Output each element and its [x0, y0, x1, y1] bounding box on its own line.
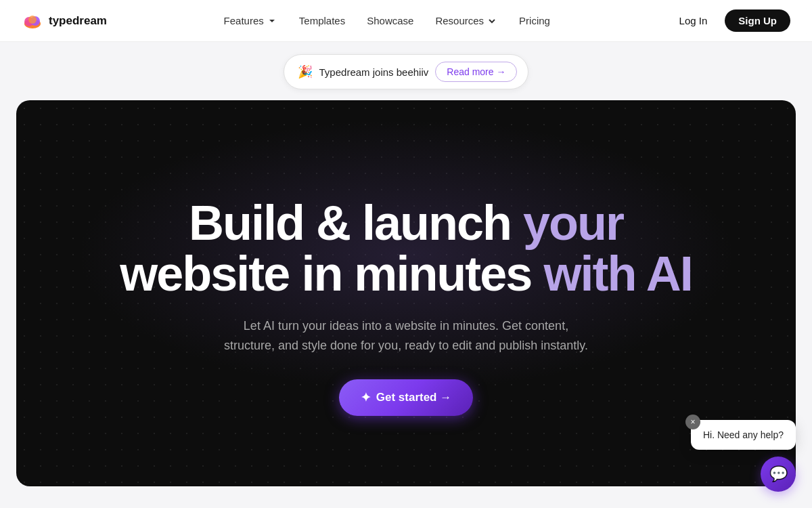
- hero-headline: Build & launch your website in minutes w…: [120, 198, 692, 300]
- nav-actions: Log In Sign Up: [667, 9, 790, 32]
- nav-pricing[interactable]: Pricing: [510, 11, 560, 30]
- chevron-down-icon: [487, 16, 497, 26]
- nav-features[interactable]: Features: [215, 11, 287, 30]
- chat-icon: 💬: [769, 465, 788, 483]
- nav-showcase[interactable]: Showcase: [357, 11, 423, 30]
- sparkle-icon: ✦: [361, 390, 371, 405]
- chat-bubble: Hi. Need any help?: [691, 420, 796, 450]
- chat-bubble-container: × Hi. Need any help?: [691, 420, 796, 450]
- hero-content: Build & launch your website in minutes w…: [120, 198, 692, 417]
- announcement-pill: 🎉 Typedream joins beehiiv Read more →: [284, 54, 529, 89]
- navigation: typedream Features Templates Showcase Re…: [0, 0, 812, 42]
- nav-templates[interactable]: Templates: [290, 11, 355, 30]
- chevron-down-icon: [267, 16, 277, 26]
- login-button[interactable]: Log In: [667, 9, 720, 32]
- logo[interactable]: typedream: [22, 10, 107, 32]
- announcement-text: Typedream joins beehiiv: [319, 66, 429, 78]
- chat-toggle-button[interactable]: 💬: [761, 457, 796, 492]
- svg-point-3: [28, 16, 37, 24]
- nav-links: Features Templates Showcase Resources Pr…: [215, 11, 560, 30]
- announcement-emoji: 🎉: [298, 64, 313, 79]
- signup-button[interactable]: Sign Up: [725, 9, 790, 32]
- hero-subtext: Let AI turn your ideas into a website in…: [217, 316, 595, 356]
- nav-resources[interactable]: Resources: [426, 11, 507, 30]
- logo-icon: [22, 10, 43, 32]
- chat-close-button[interactable]: ×: [685, 415, 700, 429]
- chat-widget: × Hi. Need any help? 💬: [691, 420, 796, 492]
- logo-text: typedream: [49, 14, 107, 28]
- read-more-button[interactable]: Read more →: [435, 62, 517, 82]
- hero-section: Build & launch your website in minutes w…: [16, 100, 796, 486]
- get-started-button[interactable]: ✦ Get started →: [339, 379, 473, 416]
